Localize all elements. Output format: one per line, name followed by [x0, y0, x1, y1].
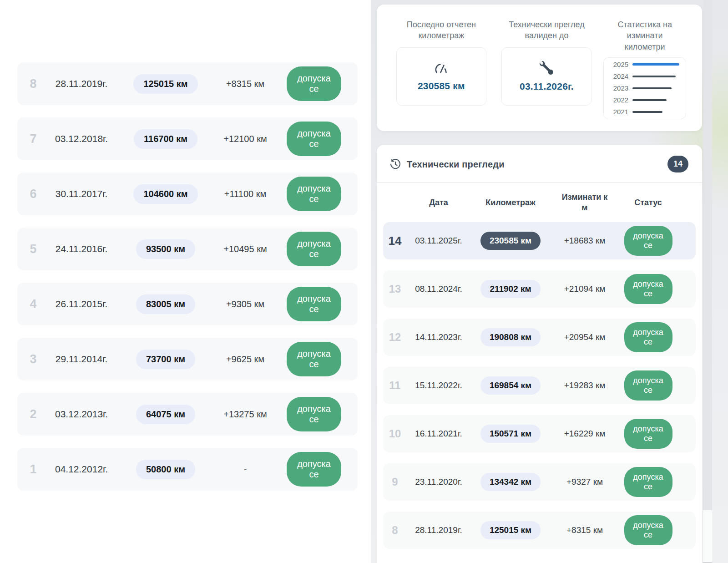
status-badge: допуска се [624, 322, 672, 352]
kilometrage-pill: 83005 км [136, 294, 195, 314]
kilometrage-pill: 169854 км [480, 376, 541, 395]
row-delta-km: +18683 км [551, 236, 619, 246]
chart-bar [632, 63, 679, 66]
stat-km-statistics: Статистика на изминати километри 2025 20… [599, 19, 690, 119]
chart-bar-row: 2025 [610, 61, 679, 68]
kilometrage-pill: 125015 км [133, 74, 197, 94]
row-date: 04.12.2012г. [43, 464, 120, 475]
table-header-row: Дата Километраж Изминати км Статус [377, 183, 702, 222]
list-item[interactable]: 6 30.11.2017г. 104600 км +11100 км допус… [17, 172, 358, 215]
inspection-history-list: 8 28.11.2019г. 125015 км +8315 км допуск… [17, 62, 358, 503]
row-delta-km: +9305 км [211, 299, 279, 309]
kilometrage-pill: 150571 км [480, 425, 541, 443]
row-number: 6 [24, 187, 43, 201]
list-item[interactable]: 3 29.11.2014г. 73700 км +9625 км допуска… [17, 338, 358, 380]
column-header-date: Дата [407, 198, 470, 208]
row-delta-km: +9327 км [551, 477, 619, 487]
table-row[interactable]: 8 28.11.2019г. 125015 км +8315 км допуск… [383, 512, 696, 549]
status-badge: допуска се [287, 342, 341, 376]
table-row[interactable]: 12 14.11.2023г. 190808 км +20954 км допу… [383, 319, 696, 356]
stat-label: Последно отчетен километраж [396, 19, 487, 41]
row-date: 08.11.2024г. [407, 284, 470, 294]
row-number: 8 [24, 77, 43, 91]
status-badge: допуска се [624, 467, 672, 497]
row-number: 2 [24, 407, 43, 421]
stat-valid-until: Технически преглед валиден до 03.11.2026… [494, 19, 600, 119]
list-item[interactable]: 8 28.11.2019г. 125015 км +8315 км допуск… [17, 62, 358, 105]
stat-label: Статистика на изминати километри [613, 19, 677, 52]
row-date: 16.11.2021г. [407, 429, 470, 439]
stat-label: Технически преглед валиден до [501, 19, 592, 41]
kilometrage-pill: 104600 км [133, 184, 197, 204]
row-date: 03.12.2013г. [43, 409, 120, 420]
row-number: 13 [383, 283, 407, 295]
row-date: 14.11.2023г. [407, 332, 470, 342]
table-row[interactable]: 10 16.11.2021г. 150571 км +16229 км допу… [383, 415, 696, 452]
chart-bar-row: 2022 [610, 96, 679, 104]
row-delta-km: +11100 км [211, 189, 279, 199]
row-date: 24.11.2016г. [43, 243, 120, 254]
row-date: 26.11.2015г. [43, 299, 120, 309]
chart-bar [632, 87, 671, 89]
status-badge: допуска се [624, 274, 672, 304]
wrench-icon [540, 61, 553, 75]
table-row[interactable]: 9 23.11.2020г. 134342 км +9327 км допуск… [383, 463, 696, 501]
table-row[interactable]: 14 03.11.2025г. 230585 км +18683 км допу… [383, 222, 696, 259]
status-badge: допуска се [287, 287, 341, 321]
kilometrage-pill: 211902 км [480, 280, 540, 298]
chart-year-label: 2023 [610, 84, 628, 92]
row-number: 10 [383, 427, 407, 440]
kilometrage-pill: 64075 км [136, 405, 195, 424]
chart-year-label: 2022 [610, 96, 628, 104]
status-badge: допуска се [287, 452, 341, 487]
column-header-status: Статус [619, 198, 696, 208]
row-number: 8 [383, 524, 407, 537]
chart-bar-row: 2023 [610, 84, 679, 92]
status-badge: допуска се [287, 397, 341, 431]
status-badge: допуска се [287, 177, 341, 211]
row-delta-km: +13275 км [211, 409, 279, 420]
status-badge: допуска се [624, 226, 672, 256]
stat-value: 230585 км [418, 81, 465, 91]
card-header: Технически прегледи 14 [377, 145, 702, 183]
list-item[interactable]: 4 26.11.2015г. 83005 км +9305 км допуска… [17, 283, 358, 325]
status-badge: допуска се [287, 66, 341, 101]
kilometrage-pill: 93500 км [136, 239, 195, 259]
scrollbar-thumb[interactable] [703, 510, 712, 563]
row-delta-km: +8315 км [551, 525, 619, 535]
kilometrage-pill: 190808 км [480, 328, 541, 346]
row-number: 4 [24, 297, 43, 311]
table-row[interactable]: 13 08.11.2024г. 211902 км +21094 км допу… [383, 270, 696, 308]
summary-card: Последно отчетен километраж 230585 км Те… [377, 5, 702, 131]
scrollbar-track[interactable] [703, 0, 712, 563]
list-item[interactable]: 1 04.12.2012г. 50800 км - допуска се [17, 448, 358, 491]
row-delta-km: +19283 км [551, 380, 619, 391]
km-per-year-chart: 2025 2024 2023 2022 2021 [603, 57, 686, 119]
row-number: 1 [24, 462, 43, 477]
row-delta-km: +16229 км [551, 429, 619, 439]
stat-last-odometer: Последно отчетен километраж 230585 км [389, 19, 494, 119]
row-delta-km: +21094 км [551, 284, 619, 294]
kilometrage-pill: 73700 км [136, 350, 195, 369]
row-date: 23.11.2020г. [407, 477, 470, 487]
kilometrage-pill: 230585 км [480, 232, 541, 250]
list-item[interactable]: 5 24.11.2016г. 93500 км +10495 км допуск… [17, 228, 358, 270]
table-row[interactable]: 11 15.11.2022г. 169854 км +19283 км допу… [383, 367, 696, 404]
list-item[interactable]: 2 03.12.2013г. 64075 км +13275 км допуск… [17, 393, 358, 436]
row-number: 11 [383, 379, 407, 392]
row-number: 14 [383, 234, 407, 248]
row-date: 03.11.2025г. [407, 236, 470, 246]
list-item[interactable]: 7 03.12.2018г. 116700 км +12100 км допус… [17, 117, 358, 160]
speedometer-icon [434, 61, 449, 74]
chart-year-label: 2025 [610, 61, 628, 68]
kilometrage-pill: 50800 км [136, 460, 195, 479]
chart-bar [632, 76, 676, 77]
history-clock-icon [389, 158, 401, 170]
stat-value: 03.11.2026г. [520, 81, 574, 92]
status-badge: допуска се [624, 370, 672, 401]
row-number: 5 [24, 242, 43, 256]
row-date: 03.12.2018г. [43, 133, 120, 144]
row-delta-km: - [211, 464, 279, 475]
row-delta-km: +10495 км [211, 244, 279, 254]
chart-year-label: 2024 [610, 72, 628, 80]
